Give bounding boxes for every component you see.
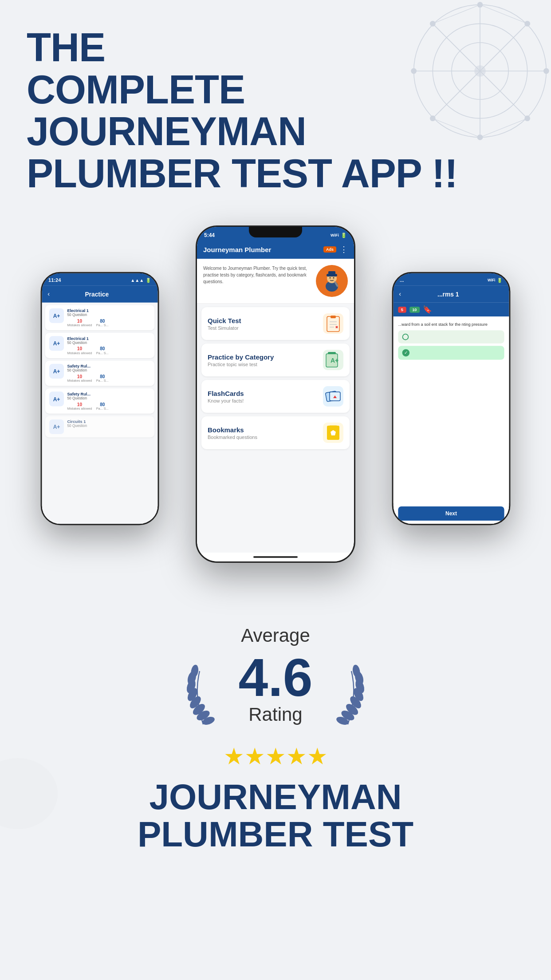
welcome-section: Welcome to Journeyman Plumber. Try the q…	[197, 259, 354, 304]
left-status-bar: 11:24 ▲▲▲ 🔋	[42, 273, 157, 286]
next-button[interactable]: Next	[398, 506, 504, 521]
left-phone: 11:24 ▲▲▲ 🔋 ‹ Practice A+ Electri	[41, 272, 159, 525]
svg-rect-30	[331, 316, 336, 318]
practice-category-card[interactable]: Practice by Category Practice topic wise…	[201, 344, 350, 376]
plumber-avatar	[319, 268, 345, 294]
back-icon[interactable]: ‹	[399, 290, 401, 298]
question-badges: 5 10 🔖	[393, 303, 509, 316]
practice-list: A+ Electrical 1 50 Question 10 Mistakes …	[42, 303, 157, 524]
home-indicator	[197, 553, 354, 561]
right-phone: ... WiFi 🔋 ‹ ...rms 1 5 10 🔖 ...ward fro…	[392, 272, 511, 525]
practice-item-icon: A+	[49, 336, 64, 351]
list-item[interactable]: A+ Electrical 1 50 Question 10 Mistakes …	[45, 333, 155, 358]
menu-cards: Quick Test Test Simulator	[197, 304, 354, 553]
left-app-header: ‹ Practice	[42, 285, 157, 303]
bookmark-icon	[323, 423, 343, 443]
phones-section: 11:24 ▲▲▲ 🔋 ‹ Practice A+ Electri	[0, 217, 551, 598]
left-laurel	[177, 657, 230, 728]
flashcards-card[interactable]: FlashCards Know your facts!	[201, 380, 350, 413]
question-content: ...ward from a soil ent stack for the nt…	[393, 316, 509, 503]
practice-item-icon: A+	[49, 364, 64, 379]
svg-rect-25	[328, 271, 335, 275]
bookmark-icon[interactable]: 🔖	[423, 305, 432, 314]
list-item[interactable]: A+ Electrical 1 50 Question 10 Mistakes …	[45, 305, 155, 330]
practice-item-icon: A+	[49, 419, 64, 434]
flashcard-icon	[323, 386, 343, 407]
bookmarks-card[interactable]: Bookmarks Bookmarked questions	[201, 416, 350, 449]
list-item[interactable]: A+ Circuits 1 50 Question	[45, 416, 155, 438]
right-app-header: ‹ ...rms 1	[393, 285, 509, 303]
svg-point-26	[330, 277, 331, 279]
svg-point-27	[333, 277, 335, 279]
avatar	[316, 265, 348, 297]
phone-notch	[249, 227, 302, 237]
laurel-container: 4.6 Rating	[27, 651, 524, 734]
svg-rect-37	[328, 352, 336, 354]
svg-rect-29	[327, 316, 339, 332]
star-rating: ★★★★★	[27, 743, 524, 770]
list-item[interactable]: A+ Safety Rul... 50 Question 10 Mistakes…	[45, 360, 155, 386]
svg-text:A+: A+	[331, 357, 338, 364]
practice-item-icon: A+	[49, 391, 64, 406]
exam-icon	[323, 313, 343, 334]
right-status-bar: ... WiFi 🔋	[393, 273, 509, 286]
menu-icon[interactable]: ⋮	[340, 245, 348, 254]
center-phone: 5:44 WiFi 🔋 Journeyman Plumber Ads ⋮ Wel…	[196, 225, 355, 563]
answer-option-correct[interactable]: ✓	[398, 346, 504, 360]
hero-title: THE COMPLETE JOURNEYMAN PLUMBER TEST APP…	[27, 27, 524, 194]
practice-item-icon: A+	[49, 308, 64, 323]
practice-icon: A+	[323, 350, 343, 370]
quick-test-card[interactable]: Quick Test Test Simulator	[201, 307, 350, 340]
check-icon: ✓	[402, 349, 410, 357]
rating-section: Average 4.6 Rating	[0, 598, 551, 871]
center-app-header: Journeyman Plumber Ads ⋮	[197, 240, 354, 259]
app-name-bottom: JOURNEYMAN PLUMBER TEST	[27, 778, 524, 853]
hero-section: THE COMPLETE JOURNEYMAN PLUMBER TEST APP…	[0, 0, 551, 208]
right-laurel	[321, 657, 374, 728]
list-item[interactable]: A+ Safety Rul... 50 Question 10 Mistakes…	[45, 388, 155, 414]
answer-option[interactable]	[398, 330, 504, 343]
back-arrow-icon[interactable]: ‹	[47, 290, 50, 298]
